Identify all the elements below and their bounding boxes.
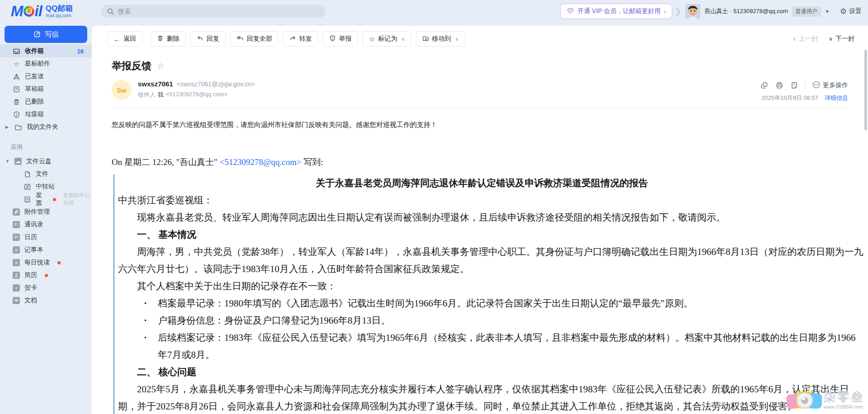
move-to-label: 移动到 — [432, 35, 451, 43]
search-icon — [107, 8, 114, 15]
sidebar-item-label: 中转站 — [36, 183, 55, 191]
notification-dot — [57, 261, 61, 264]
docs-icon: W — [13, 297, 20, 304]
sidebar-item-drafts[interactable]: 草稿箱 — [0, 83, 92, 95]
sidebar-item-label: 已删除 — [25, 98, 44, 106]
reply-all-button[interactable]: 回复全部 — [230, 31, 278, 47]
sidebar-nav: 收件箱 16 ☆ 星标邮件 已发送 草稿箱 已删除 — [0, 45, 92, 307]
mail-header-icon-row: 更多操作 — [760, 81, 848, 90]
vertical-scrollbar-thumb[interactable] — [864, 50, 867, 130]
greeting-card-icon: ♪ — [13, 284, 20, 292]
forward-button[interactable]: 转发 — [283, 31, 318, 47]
previous-mail-button[interactable]: ∧ 上一封 — [792, 35, 818, 43]
sidebar-item-starred[interactable]: ☆ 星标邮件 — [0, 57, 92, 70]
sidebar-item-junk[interactable]: 垃圾箱 — [0, 108, 92, 121]
sidebar-item-notes[interactable]: ≡ 记事本 — [0, 244, 92, 256]
report-paragraph: 其个人档案中关于出生日期的记录存在不一致： — [118, 278, 865, 295]
sender-line: swxsz7061 <swxsz7061@zjsjw.gov.cn> — [138, 80, 848, 88]
settings-button[interactable]: ⚙ 设置 — [840, 7, 862, 16]
reply-label: 回复 — [207, 35, 219, 43]
delete-button[interactable]: 删除 — [151, 31, 186, 47]
vip-banner-label: 开通 VIP 会员，让邮箱更好用 — [577, 7, 660, 15]
move-folder-icon — [422, 35, 429, 43]
report-title: 关于永嘉县老党员周海萍同志退休年龄认定错误及申诉救济渠道受阻情况的报告 — [118, 174, 846, 192]
mail-toolbar: ← 返回 删除 回复 回复全部 转发 — [92, 26, 868, 47]
sidebar-item-sent[interactable]: 已发送 — [0, 70, 92, 83]
sender-block: Sw swxsz7061 <swxsz7061@zjsjw.gov.cn> 收件… — [112, 80, 848, 99]
sidebar-item-label: 通讯录 — [24, 221, 43, 229]
user-avatar[interactable] — [685, 4, 700, 19]
vip-banner[interactable]: 开通 VIP 会员，让邮箱更好用 › — [560, 4, 672, 19]
sidebar-item-daily-reading[interactable]: ≡ 每日悦读 — [0, 256, 92, 269]
sidebar-item-resume[interactable]: 简历 — [0, 269, 92, 282]
sent-icon — [13, 73, 20, 80]
report-bullet-item: 后续档案记录：1983年《应征公民入伍登记表》填写为1965年6月（经核实，此表… — [118, 329, 865, 363]
file-icon — [24, 170, 31, 178]
logo-url-label: mail.qq.com — [46, 13, 73, 19]
sender-name[interactable]: swxsz7061 — [138, 80, 173, 88]
settings-label: 设置 — [849, 7, 862, 15]
trash-icon — [157, 35, 164, 43]
next-mail-button[interactable]: ∨ 下一封 — [829, 35, 854, 43]
sidebar-item-calendar[interactable]: 27 日历 — [0, 231, 92, 244]
mail-logo-word: M il — [11, 3, 42, 20]
trash-icon — [13, 98, 20, 106]
caret-right-icon[interactable]: ▶ — [5, 125, 10, 129]
mail-date: 2025年10月9日 08:57 — [761, 94, 818, 102]
topbar: M il QQ邮箱 mail.qq.com 开通 VIP 会员，让邮箱更好用 ›… — [0, 0, 868, 23]
more-actions-button[interactable]: 更多操作 — [812, 81, 848, 90]
quote-header-post: 写到: — [302, 157, 323, 167]
note-icon[interactable] — [790, 81, 798, 89]
back-button[interactable]: ← 返回 — [107, 31, 142, 47]
sidebar-item-files[interactable]: 文件 — [0, 168, 92, 180]
shield-exclaim-icon — [13, 111, 20, 118]
open-new-window-icon[interactable] — [760, 81, 769, 89]
report-bullet-item: 户籍身份信息：身份证及户口簿登记为1966年8月13日。 — [118, 312, 865, 329]
sidebar-item-contacts[interactable]: 通讯录 — [0, 218, 92, 231]
compose-button[interactable]: 写信 — [5, 26, 87, 43]
sidebar-item-docs[interactable]: W 文档 — [0, 294, 92, 307]
move-to-button[interactable]: 移动到 ∨ — [416, 31, 465, 47]
report-button[interactable]: 举报 — [323, 31, 358, 47]
sidebar-item-label: 文件 — [36, 170, 48, 178]
vip-gem-icon — [566, 7, 574, 16]
qqmail-logo[interactable]: M il QQ邮箱 mail.qq.com — [11, 3, 73, 20]
mark-as-button[interactable]: ☆ 标记为 ∨ — [363, 31, 411, 47]
reply-button[interactable]: 回复 — [190, 31, 226, 47]
search-input[interactable] — [118, 8, 308, 15]
logo-letters-il: il — [35, 3, 42, 20]
sidebar-item-transfer-station[interactable]: 中转站 — [0, 180, 92, 193]
print-icon[interactable] — [775, 81, 783, 89]
sidebar-item-inbox[interactable]: 收件箱 16 — [0, 45, 92, 57]
sidebar-item-greeting-card[interactable]: ♪ 贺卡 — [0, 282, 92, 294]
back-label: 返回 — [123, 35, 136, 43]
vertical-separator — [805, 82, 806, 89]
invoice-icon — [24, 196, 31, 203]
sidebar-item-deleted[interactable]: 已删除 — [0, 95, 92, 108]
logo-cn-label: QQ邮箱 — [46, 5, 73, 13]
account-dropdown-icon[interactable]: ▼ — [825, 9, 830, 14]
sidebar-item-my-folders[interactable]: ▶ 我的文件夹 — [0, 121, 92, 133]
sender-avatar[interactable]: Sw — [112, 80, 132, 100]
sidebar-item-label: 文件云盘 — [26, 157, 52, 165]
sidebar-item-cloud-drive[interactable]: ▼ ☁ 文件云盘 — [0, 155, 92, 168]
star-icon: ☆ — [13, 61, 20, 67]
recipient-line: 收件人 我 <512309278@qq.com> — [138, 91, 848, 99]
forward-icon — [289, 35, 296, 43]
chevron-down-icon: ∨ — [401, 36, 405, 42]
sidebar-item-invoice[interactable]: 发票 发票助手已升级 — [0, 193, 92, 206]
inbox-unread-count: 16 — [77, 48, 84, 55]
subject-star-icon[interactable]: ☆ — [157, 61, 164, 71]
caret-down-icon[interactable]: ▼ — [5, 159, 10, 164]
chevron-down-icon: ∨ — [829, 36, 833, 42]
reply-icon — [197, 35, 203, 43]
details-link[interactable]: 详细信息 — [825, 94, 848, 102]
quoted-sender-email-link[interactable]: <512309278@qq.com> — [220, 157, 302, 167]
back-arrow-icon: ← — [113, 36, 120, 42]
sidebar-item-attachments[interactable]: 附件管理 — [0, 206, 92, 218]
quoted-mail-body: 关于永嘉县老党员周海萍同志退休年龄认定错误及申诉救济渠道受阻情况的报告 中共浙江… — [113, 174, 865, 414]
search-bar[interactable] — [101, 5, 326, 18]
cloud-drive-icon: ☁ — [14, 158, 22, 165]
mail-body-intro: 您反映的问题不属于第六巡视组受理范围，请您向温州市社保部门反映有关问题。感谢您对… — [112, 121, 848, 129]
mail-nav-group: ∧ 上一封 ∨ 下一封 — [792, 35, 854, 43]
